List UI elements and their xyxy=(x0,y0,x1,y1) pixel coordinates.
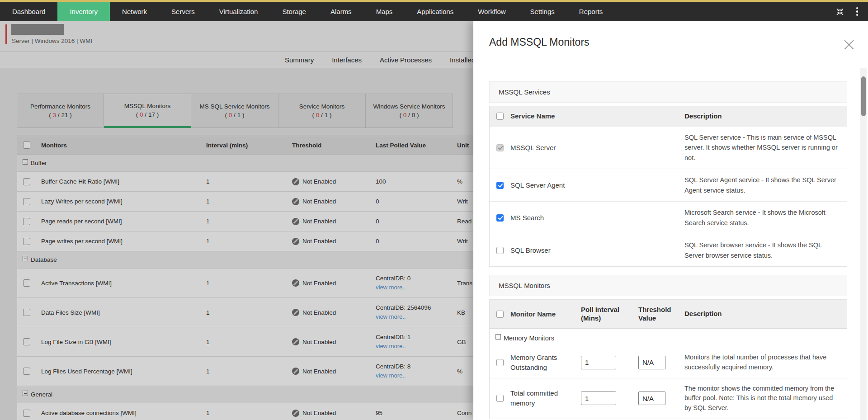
nav-item-applications[interactable]: Applications xyxy=(405,2,466,21)
close-icon[interactable] xyxy=(844,39,854,50)
service-checkbox[interactable] xyxy=(496,247,504,254)
poll-interval-input[interactable] xyxy=(581,356,616,369)
threshold-value-input[interactable] xyxy=(638,392,665,405)
nav-item-settings[interactable]: Settings xyxy=(518,2,567,21)
service-name: SQL Server Agent xyxy=(510,181,684,189)
monitor-checkbox[interactable] xyxy=(496,395,504,402)
service-checkbox[interactable] xyxy=(496,182,504,189)
modal-dim-overlay xyxy=(0,21,473,420)
service-row: MS Search Microsoft Search service - It … xyxy=(490,201,847,234)
monitor-name: Total committed memory xyxy=(510,388,581,408)
add-mssql-monitors-modal: Add MSSQL Monitors MSSQL Services Servic… xyxy=(473,21,868,420)
nav-item-dashboard[interactable]: Dashboard xyxy=(0,2,57,21)
modal-scrollbar-track[interactable] xyxy=(860,68,867,420)
col-description: Description xyxy=(684,309,847,319)
select-all-services-checkbox[interactable] xyxy=(496,113,504,120)
monitors-select-table: Monitor Name Poll Interval (Mins) Thresh… xyxy=(489,299,847,419)
service-row: SQL Browser SQL Server browser service -… xyxy=(490,234,847,266)
service-row: MSSQL Server SQL Server service - This i… xyxy=(490,126,847,169)
section-header: MSSQL Monitors xyxy=(489,275,847,296)
service-checkbox[interactable] xyxy=(496,144,504,151)
service-description: SQL Server Agent service - It shows the … xyxy=(684,169,847,201)
kebab-menu-icon[interactable] xyxy=(854,6,861,17)
group-label: Memory Monitors xyxy=(504,335,554,342)
nav-item-maps[interactable]: Maps xyxy=(364,2,405,21)
nav-item-network[interactable]: Network xyxy=(110,2,159,21)
monitor-description: The monitor shows the committed memory f… xyxy=(684,378,847,419)
service-name: MS Search xyxy=(510,214,684,222)
group-row-memory-monitors: Memory Monitors xyxy=(490,329,847,347)
mssql-services-section: MSSQL Services Service Name Description … xyxy=(489,81,847,267)
nav-item-inventory[interactable]: Inventory xyxy=(57,2,110,21)
nav-item-servers[interactable]: Servers xyxy=(159,2,207,21)
service-row: SQL Server Agent SQL Server Agent servic… xyxy=(490,169,847,201)
service-name: MSSQL Server xyxy=(510,144,684,151)
col-monitor-name: Monitor Name xyxy=(510,309,581,319)
section-header: MSSQL Services xyxy=(489,81,847,103)
nav-item-storage[interactable]: Storage xyxy=(270,2,318,21)
col-description: Description xyxy=(684,111,847,121)
service-description: SQL Server service - This is main servic… xyxy=(684,127,847,169)
modal-scrollbar-thumb[interactable] xyxy=(861,76,866,116)
service-description: SQL Server browser service - It shows th… xyxy=(684,234,847,266)
monitor-checkbox[interactable] xyxy=(496,359,504,366)
monitors-table-header: Monitor Name Poll Interval (Mins) Thresh… xyxy=(490,300,847,329)
service-name: SQL Browser xyxy=(510,246,684,254)
collapse-group-icon[interactable] xyxy=(495,334,501,340)
select-all-monitors-checkbox[interactable] xyxy=(496,311,504,318)
collapse-fullscreen-icon[interactable] xyxy=(835,7,844,16)
services-table: Service Name Description MSSQL Server SQ… xyxy=(489,106,847,267)
poll-interval-input[interactable] xyxy=(581,392,616,405)
col-threshold-value: Threshold Value xyxy=(638,306,672,323)
col-service-name: Service Name xyxy=(510,112,684,120)
services-table-header: Service Name Description xyxy=(490,106,847,126)
threshold-value-input[interactable] xyxy=(638,356,665,369)
nav-item-alarms[interactable]: Alarms xyxy=(318,2,364,21)
nav-item-virtualization[interactable]: Virtualization xyxy=(207,2,270,21)
nav-item-reports[interactable]: Reports xyxy=(567,2,615,21)
nav-item-workflow[interactable]: Workflow xyxy=(466,2,518,21)
monitor-row: Memory Grants Outstanding Monitors the t… xyxy=(490,347,847,378)
monitor-name: Memory Grants Outstanding xyxy=(510,353,581,373)
service-checkbox[interactable] xyxy=(496,214,504,222)
top-nav: Dashboard Inventory Network Servers Virt… xyxy=(0,0,868,21)
mssql-monitors-section: MSSQL Monitors Monitor Name Poll Interva… xyxy=(489,275,847,419)
service-description: Microsoft Search service - It shows the … xyxy=(684,202,847,234)
monitor-description: Monitors the total number of processes t… xyxy=(684,347,847,378)
monitor-row: Total committed memory The monitor shows… xyxy=(490,378,847,419)
col-poll-interval: Poll Interval (Mins) xyxy=(581,306,623,323)
modal-title: Add MSSQL Monitors xyxy=(489,36,590,48)
